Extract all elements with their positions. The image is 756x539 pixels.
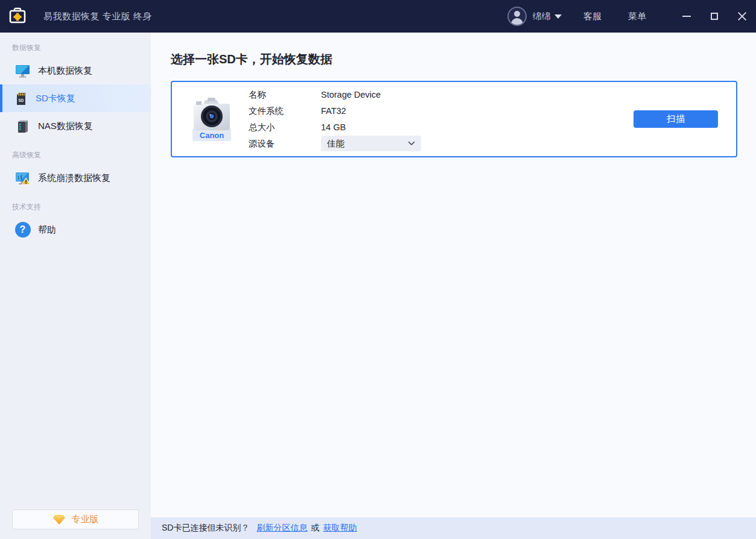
- total-size-value: 14 GB: [321, 122, 346, 132]
- avatar-head-icon: [514, 11, 520, 17]
- help-icon: ?: [14, 222, 31, 238]
- sidebar: 数据恢复 本机数据恢复: [0, 33, 151, 539]
- upgrade-pro-button[interactable]: 专业版: [12, 509, 139, 529]
- svg-text::(: :(: [17, 174, 23, 180]
- device-thumbnail: Canon: [192, 94, 232, 145]
- sidebar-item-nas-recovery[interactable]: NAS数据恢复: [0, 112, 151, 140]
- device-info-row: 源设备 佳能: [249, 136, 421, 152]
- device-name-value: Storage Device: [321, 90, 381, 99]
- maximize-button[interactable]: [700, 0, 728, 33]
- sd-card-device-card[interactable]: Canon 名称: [171, 81, 737, 157]
- statusbar-or: 或: [311, 523, 319, 534]
- app-body: 数据恢复 本机数据恢复: [0, 33, 756, 539]
- nas-icon: [14, 118, 31, 134]
- gem-icon: [52, 514, 66, 525]
- sidebar-section-support: 技术支持: [12, 202, 151, 212]
- app-title: 易我数据恢复 专业版 终身: [43, 11, 152, 22]
- sidebar-section-advanced: 高级恢复: [12, 150, 151, 160]
- close-button[interactable]: [728, 0, 756, 33]
- minimize-icon: [682, 16, 691, 17]
- device-info-table: 名称 Storage Device 文件系统 FAT32 总大小 14 GB 源…: [249, 87, 421, 152]
- user-avatar[interactable]: [507, 7, 527, 26]
- statusbar-question: SD卡已连接但未识别？: [162, 523, 249, 534]
- monitor-icon: [14, 63, 31, 79]
- get-help-link[interactable]: 获取帮助: [323, 523, 357, 534]
- main-spacer: [151, 157, 756, 517]
- sidebar-section-data-recovery: 数据恢复: [12, 43, 151, 53]
- close-icon: [737, 11, 747, 21]
- filesystem-value: FAT32: [321, 106, 346, 116]
- chevron-down-icon: [408, 141, 415, 146]
- statusbar: SD卡已连接但未识别？ 刷新分区信息 或 获取帮助: [151, 517, 756, 539]
- customer-service-button[interactable]: 客服: [583, 11, 602, 22]
- device-info-row: 文件系统 FAT32: [249, 103, 421, 119]
- titlebar-right: 绵绵 客服 菜单: [507, 0, 756, 33]
- device-info-row: 总大小 14 GB: [249, 119, 421, 136]
- sidebar-item-local-recovery[interactable]: 本机数据恢复: [0, 57, 151, 84]
- menu-button[interactable]: 菜单: [628, 11, 646, 22]
- filesystem-label: 文件系统: [249, 106, 321, 117]
- page-title: 选择一张SD卡，开始恢复数据: [171, 51, 756, 68]
- avatar-body-icon: [511, 18, 523, 26]
- refresh-partition-link[interactable]: 刷新分区信息: [256, 523, 307, 534]
- app-logo-icon: [8, 7, 27, 25]
- device-name-label: 名称: [249, 89, 321, 101]
- question-mark-icon: ?: [15, 222, 31, 238]
- chevron-down-icon[interactable]: [554, 14, 562, 19]
- svg-text:Canon: Canon: [200, 131, 224, 140]
- sidebar-item-crashed-pc-recovery[interactable]: :( 系统崩溃数据恢复: [0, 164, 151, 192]
- username[interactable]: 绵绵: [533, 11, 551, 22]
- sidebar-item-sd-card-recovery[interactable]: SD SD卡恢复: [0, 84, 151, 112]
- main-content: 选择一张SD卡，开始恢复数据 Canon: [151, 33, 756, 539]
- minimize-button[interactable]: [673, 0, 700, 33]
- camera-icon: Canon: [192, 94, 232, 142]
- source-device-selected-value: 佳能: [327, 138, 408, 150]
- device-info-row: 名称 Storage Device: [249, 87, 421, 103]
- sidebar-item-label: 帮助: [38, 224, 56, 236]
- sd-card-icon: SD: [12, 90, 28, 107]
- titlebar: 易我数据恢复 专业版 终身 绵绵 客服 菜单: [0, 0, 756, 33]
- sidebar-item-label: 系统崩溃数据恢复: [38, 172, 110, 184]
- app-window: 易我数据恢复 专业版 终身 绵绵 客服 菜单 数据恢复: [0, 0, 756, 539]
- upgrade-pro-label: 专业版: [72, 514, 99, 525]
- crashed-pc-icon: :(: [14, 170, 31, 186]
- scan-button[interactable]: 扫描: [634, 110, 718, 128]
- sidebar-item-label: NAS数据恢复: [38, 121, 93, 132]
- svg-text:SD: SD: [18, 98, 24, 102]
- maximize-icon: [711, 13, 718, 20]
- sidebar-item-help[interactable]: ? 帮助: [0, 216, 151, 244]
- total-size-label: 总大小: [249, 122, 321, 133]
- sidebar-item-label: 本机数据恢复: [38, 65, 92, 77]
- source-device-dropdown[interactable]: 佳能: [321, 136, 421, 151]
- sidebar-item-label: SD卡恢复: [36, 93, 75, 104]
- source-device-label: 源设备: [249, 138, 321, 150]
